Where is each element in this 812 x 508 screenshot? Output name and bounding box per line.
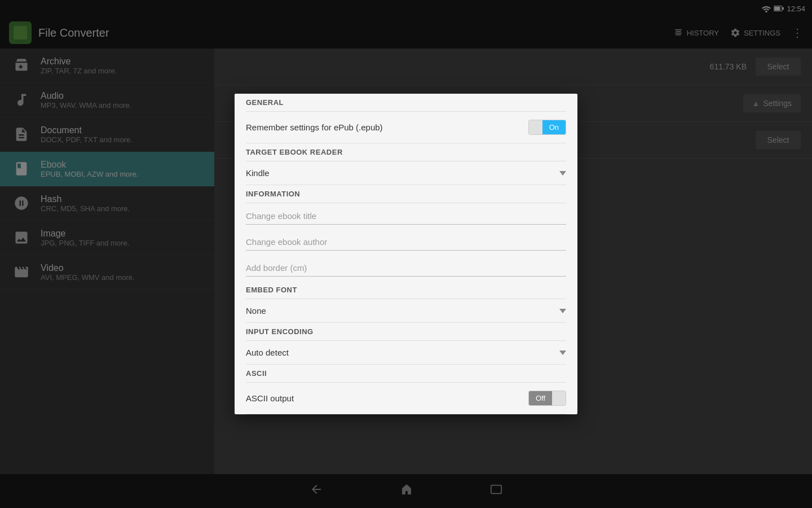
ascii-section: ASCII ASCII output Off bbox=[235, 365, 577, 414]
information-section: INFORMATION bbox=[235, 185, 577, 277]
target-ebook-header: TARGET EBOOK READER bbox=[246, 143, 566, 161]
ascii-toggle-off-side: Off bbox=[529, 391, 552, 405]
ascii-header: ASCII bbox=[246, 365, 566, 382]
target-ebook-dropdown[interactable]: Kindle bbox=[246, 161, 566, 185]
ascii-toggle-on-side bbox=[552, 391, 566, 405]
ascii-output-label: ASCII output bbox=[246, 393, 294, 403]
general-section: GENERAL Remember settings for ePub (.epu… bbox=[235, 94, 577, 143]
target-ebook-section: TARGET EBOOK READER Kindle bbox=[235, 143, 577, 185]
toggle-on-side: On bbox=[542, 120, 566, 134]
embed-font-header: EMBED FONT bbox=[246, 281, 566, 299]
ascii-output-toggle[interactable]: Off bbox=[528, 391, 566, 406]
ebook-border-input-row bbox=[246, 255, 566, 277]
remember-settings-label: Remember settings for ePub (.epub) bbox=[246, 122, 383, 132]
input-encoding-arrow-icon bbox=[559, 351, 566, 355]
input-encoding-dropdown[interactable]: Auto detect bbox=[246, 341, 566, 365]
input-encoding-header: INPUT ENCODING bbox=[246, 323, 566, 340]
information-header: INFORMATION bbox=[246, 185, 566, 203]
embed-font-arrow-icon bbox=[559, 309, 566, 313]
input-encoding-value: Auto detect bbox=[246, 348, 555, 357]
target-ebook-arrow-icon bbox=[559, 171, 566, 176]
ascii-output-row: ASCII output Off bbox=[246, 383, 566, 414]
embed-font-section: EMBED FONT None bbox=[235, 281, 577, 323]
embed-font-dropdown[interactable]: None bbox=[246, 299, 566, 323]
ebook-author-input[interactable] bbox=[246, 235, 566, 250]
general-section-header: GENERAL bbox=[246, 94, 566, 111]
target-ebook-value: Kindle bbox=[246, 168, 555, 178]
ebook-author-input-row bbox=[246, 229, 566, 251]
remember-settings-toggle[interactable]: On bbox=[528, 120, 566, 135]
settings-modal: GENERAL Remember settings for ePub (.epu… bbox=[235, 94, 577, 414]
ebook-title-input-row bbox=[246, 203, 566, 225]
input-encoding-section: INPUT ENCODING Auto detect bbox=[235, 323, 577, 365]
remember-settings-row: Remember settings for ePub (.epub) On bbox=[246, 112, 566, 143]
embed-font-value: None bbox=[246, 306, 555, 316]
toggle-off-side bbox=[529, 120, 542, 134]
ebook-border-input[interactable] bbox=[246, 261, 566, 276]
modal-overlay: GENERAL Remember settings for ePub (.epu… bbox=[0, 0, 812, 508]
ebook-title-input[interactable] bbox=[246, 209, 566, 224]
